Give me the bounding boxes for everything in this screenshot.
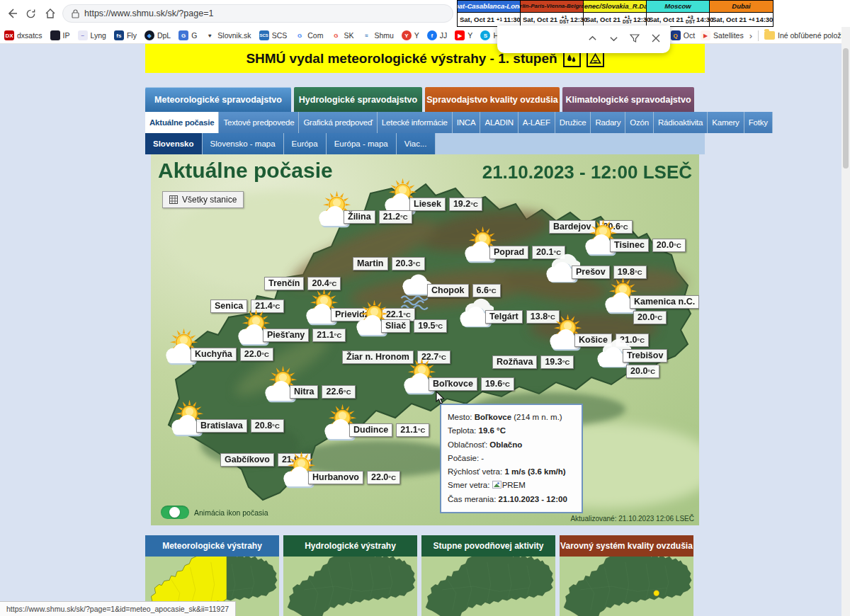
sub-tab[interactable]: Textové predpovede (219, 112, 299, 133)
panel-header[interactable]: Meteorologické výstrahy (145, 535, 279, 557)
scrollbar-thumb[interactable] (843, 48, 849, 169)
sub-tab[interactable]: Fotky (744, 112, 773, 133)
bookmarks-overflow-chevron-icon[interactable]: › (749, 30, 752, 41)
bookmark-label: IP (63, 31, 70, 40)
bookmark-favicon: fs (114, 30, 124, 40)
panel-map-thumbnail[interactable] (560, 557, 693, 616)
bookmark-item[interactable]: YY (402, 30, 419, 40)
sub-tab[interactable]: Kamery (708, 112, 744, 133)
bookmarks-separator (758, 30, 759, 41)
weather-station-nitra[interactable]: Nitra22.6°C (290, 383, 356, 399)
bookmark-item[interactable]: fJJ (427, 30, 448, 40)
clock-city-label: Berlin-Paris-Vienna-Belgrade (521, 1, 583, 13)
weather-station-tisinec[interactable]: Tisinec20.0°C (610, 236, 686, 252)
bookmark-favicon: SCS (259, 30, 269, 40)
station-temperature: 19.3°C (540, 355, 574, 369)
weather-station-pre-ov[interactable]: Prešov19.8°C (572, 263, 647, 279)
sub-tab[interactable]: Radary (591, 112, 625, 133)
nav-tab-hydrologické[interactable]: Hydrologické spravodajstvo (294, 87, 422, 112)
sub-tab[interactable]: Ozón (625, 112, 654, 133)
bookmark-item[interactable]: ♥Slovnik.sk (205, 30, 251, 40)
grid-icon (169, 195, 178, 204)
sub-tab[interactable]: INCA (453, 112, 481, 133)
panel-header[interactable]: Varovný systém kvality ovzdušia (560, 535, 693, 557)
temperature-unit: °C (334, 331, 342, 339)
back-icon[interactable] (4, 6, 20, 21)
world-clock[interactable]: DubaiSat, Oct 21+414:30 (710, 1, 773, 26)
find-previous-icon[interactable] (585, 31, 599, 45)
station-temperature: 20.0°C (626, 365, 659, 378)
temperature-unit: °C (562, 358, 570, 366)
bookmark-favicon: DX (4, 30, 14, 40)
url-bar[interactable]: https://www.shmu.sk/sk/?page=1 (62, 4, 453, 23)
view-tab[interactable]: Viac... (397, 133, 436, 154)
sub-tab[interactable]: A-LAEF (518, 112, 555, 133)
weather-station-pie-any[interactable]: Piešťany21.1°C (263, 326, 346, 342)
sub-tab[interactable]: Družice (555, 112, 591, 133)
sub-tab[interactable]: Aktuálne počasie (145, 112, 219, 133)
world-clock[interactable]: MoscowSat, Oct 21+3DST14:30 (647, 1, 710, 26)
bookmark-favicon: G (295, 30, 305, 40)
sub-tab[interactable]: ALADIN (480, 112, 518, 133)
sub-tab[interactable]: Rádioaktivita (654, 112, 708, 133)
panel-varovný: Varovný systém kvality ovzdušia (560, 535, 693, 616)
weather-station-hurbanovo[interactable]: Hurbanovo22.0°C (308, 469, 400, 484)
world-clock[interactable]: Lučenec/Slovakia_R.DávidSat, Oct 21+1DST… (584, 1, 647, 26)
panel-map-thumbnail[interactable] (283, 557, 417, 616)
bookmark-item[interactable]: ▶Y (455, 30, 472, 40)
weather-station-dudince[interactable]: Dudince21.1°C (349, 421, 429, 437)
weather-station-liesek[interactable]: Liesek19.2°C (409, 195, 482, 211)
weather-station-tren-n[interactable]: Trenčín20.4°C (264, 275, 341, 290)
nav-tab-meteorologické[interactable]: Meteorologické spravodajstvo (145, 87, 291, 112)
world-clock[interactable]: Berlin-Paris-Vienna-BelgradeSat, Oct 21+… (521, 1, 584, 26)
bookmark-item[interactable]: ≈Shmu (361, 30, 393, 40)
other-favorites-folder[interactable]: Iné obľúbené položky (764, 31, 849, 40)
bookmark-item[interactable]: QOct (671, 30, 695, 40)
weather-station-trebi-ov[interactable]: Trebišov20.0°C (623, 348, 699, 378)
weather-station--ilina[interactable]: Žilina21.2°C (344, 208, 412, 224)
view-tab[interactable]: Európa (284, 133, 327, 154)
bookmark-favicon: G (331, 30, 341, 40)
bookmark-item[interactable]: GG (178, 30, 197, 40)
view-tab[interactable]: Európa - mapa (327, 133, 397, 154)
bookmark-item[interactable]: SCSSCS (259, 30, 288, 40)
weather-station-ro-ava[interactable]: Rožňava19.3°C (492, 353, 574, 369)
bookmark-item[interactable]: GCom (295, 30, 323, 40)
toggle-switch[interactable] (161, 506, 189, 519)
sub-tab[interactable]: Letecké informácie (378, 112, 453, 133)
weather-station-kamenica-n-c-[interactable]: Kamenica n.C.20.0°C (630, 295, 699, 324)
find-close-icon[interactable] (649, 31, 663, 45)
bookmark-item[interactable]: ◆DpL (144, 30, 171, 40)
world-clock[interactable]: Rabat-Casablanca-LondonSat, Oct 21+111:3… (458, 1, 521, 26)
find-next-icon[interactable] (606, 31, 620, 45)
bookmark-item[interactable]: ▶Satellites (701, 30, 744, 40)
all-stations-button[interactable]: Všetky stanice (162, 191, 244, 208)
weather-station-kuchy-a[interactable]: Kuchyňa22.0°C (191, 346, 273, 361)
bookmark-item[interactable]: DXdxsatcs (4, 30, 42, 40)
panel-header[interactable]: Hydrologické výstrahy (283, 535, 417, 557)
nav-tab-spravodajstvo[interactable]: Spravodajstvo kvality ovzdušia (425, 87, 560, 112)
nav-tab-klimatologické[interactable]: Klimatologické spravodajstvo (562, 87, 694, 112)
bookmark-item[interactable]: IP (50, 30, 70, 40)
view-tab[interactable]: Slovensko (145, 133, 203, 154)
weather-station-bo-kovce[interactable]: Boľkovce19.6°C (429, 375, 514, 391)
bookmark-item[interactable]: GSK (331, 30, 353, 40)
clock-city-label: Lučenec/Slovakia_R.Dávid (584, 1, 646, 13)
weather-station-slia-[interactable]: Sliač19.5°C (381, 317, 447, 333)
station-name: Sliač (381, 319, 410, 333)
home-icon[interactable] (42, 6, 58, 21)
weather-station-bratislava[interactable]: Bratislava20.8°C (196, 417, 284, 433)
bookmark-item[interactable]: fsFly (114, 30, 137, 40)
sub-tab[interactable]: Grafická predpoveď (299, 112, 377, 133)
reload-icon[interactable] (23, 6, 38, 21)
view-tab[interactable]: Slovensko - mapa (203, 133, 284, 154)
panel-header[interactable]: Stupne povodňovej aktivity (421, 535, 555, 557)
scrollbar[interactable] (842, 27, 850, 616)
find-filter-icon[interactable] (628, 31, 642, 45)
panel-map-thumbnail[interactable] (421, 557, 555, 616)
temperature-unit: °C (470, 200, 478, 208)
temperature-unit: °C (620, 223, 628, 231)
weather-map[interactable]: Aktuálne počasie 21.10.2023 - 12:00 LSEČ… (151, 154, 699, 525)
animation-toggle[interactable]: Animácia ikon počasia (161, 506, 268, 519)
bookmark-item[interactable]: ~Lyng (78, 30, 106, 40)
